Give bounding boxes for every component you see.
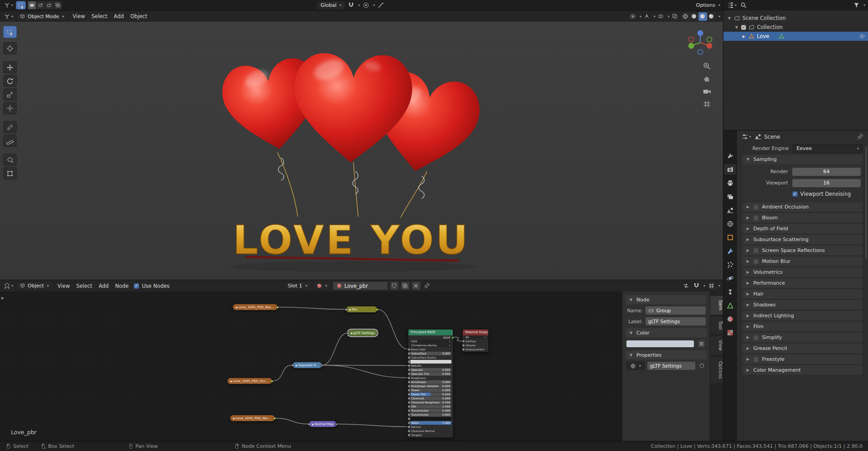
- node-snap-button[interactable]: [692, 282, 701, 290]
- gltf-settings-property[interactable]: gLTF Settings: [647, 362, 695, 370]
- panel-indirect-lighting[interactable]: ▶Indirect Lighting: [742, 311, 863, 320]
- properties-tab-scene[interactable]: [724, 205, 736, 215]
- fake-user-button[interactable]: [390, 281, 399, 290]
- properties-tab-material[interactable]: [724, 314, 736, 324]
- mode-dropdown[interactable]: Object Mode▾: [16, 12, 68, 21]
- sampling-viewport-field[interactable]: 16: [792, 179, 861, 187]
- node-color-swatch[interactable]: [626, 340, 694, 347]
- node-material-output[interactable]: Material OutputAll▾SurfaceVolumeDisplace…: [462, 329, 489, 352]
- material-name-field[interactable]: Love_pbr: [333, 281, 388, 290]
- active-tool-indicator[interactable]: [16, 1, 26, 10]
- overlays-dropdown[interactable]: [657, 12, 665, 21]
- camera-view-button[interactable]: [703, 87, 711, 96]
- panel-motion-blur[interactable]: ▶Motion Blur: [742, 257, 863, 266]
- sampling-render-field[interactable]: 64: [792, 168, 861, 176]
- node-principled-bsdf[interactable]: Principled BSDFBSDFGGX▾Christensen-Burle…: [408, 329, 453, 438]
- select-mode-new-button[interactable]: [28, 1, 36, 10]
- tool-scale-cage[interactable]: [3, 167, 17, 179]
- tool-annotate[interactable]: [3, 121, 17, 133]
- editor-type-button-outliner[interactable]: ▾: [726, 1, 737, 9]
- bloom-checkbox[interactable]: [753, 215, 759, 221]
- sidebar-tab-tool[interactable]: Tool: [710, 317, 723, 334]
- ambient-occlusion-checkbox[interactable]: [753, 204, 759, 210]
- node-tex-normal[interactable]: ▶Love_1045_PSD_NormalMap.jpg: [230, 415, 275, 422]
- shader-node-canvas[interactable]: ▶Love_1045_PSD_BaseColor.jpg▶Mix▶gLTF Se…: [0, 291, 723, 441]
- editor-type-button-properties[interactable]: ▾: [741, 133, 752, 141]
- outliner-search-button[interactable]: [739, 1, 748, 9]
- use-nodes-checkbox[interactable]: [134, 283, 139, 289]
- falloff-button[interactable]: [377, 1, 385, 9]
- properties-pin-button[interactable]: [856, 133, 864, 141]
- sidebar-toggle-arrow[interactable]: ▶: [1, 296, 4, 300]
- zoom-button[interactable]: [703, 62, 711, 70]
- properties-tab-output[interactable]: [724, 178, 736, 188]
- node-tex-orm[interactable]: ▶Love_1045_PSD_OcclusionRoughnessMetalli…: [227, 378, 272, 384]
- properties-tab-tool[interactable]: [724, 150, 736, 161]
- row-subsurface-color[interactable]: [410, 360, 451, 364]
- editor-type-button-viewport2[interactable]: ▾: [3, 13, 14, 20]
- node-tex-basecolor[interactable]: ▶Love_1045_PSD_BaseColor.jpg: [233, 304, 278, 310]
- select-mode-intersect-button[interactable]: [53, 1, 62, 10]
- tool-rotate[interactable]: [3, 75, 17, 87]
- sidebar-tab-options[interactable]: Options: [710, 357, 723, 383]
- viewport-denoising-checkbox[interactable]: [792, 191, 798, 197]
- panel-film[interactable]: ▶Film: [742, 322, 863, 331]
- shader-menu-node[interactable]: Node: [112, 283, 132, 289]
- viewport-menu-add[interactable]: Add: [111, 13, 127, 19]
- gizmos-dropdown[interactable]: [643, 12, 651, 21]
- visibility-eye-icon[interactable]: [859, 33, 865, 39]
- viewport-menu-select[interactable]: Select: [88, 13, 111, 19]
- color-presets-button[interactable]: [697, 339, 706, 348]
- viewport-menu-object[interactable]: Object: [127, 13, 150, 19]
- properties-tab-object[interactable]: [724, 232, 736, 242]
- editor-type-button-viewport[interactable]: ▾: [3, 1, 14, 9]
- panel-simplify[interactable]: ▶Simplify: [742, 333, 863, 342]
- properties-tab-view-layer[interactable]: [724, 191, 736, 202]
- shader-menu-select[interactable]: Select: [73, 283, 95, 289]
- panel-performance[interactable]: ▶Performance: [742, 278, 863, 288]
- select-mode-subtract-button[interactable]: [45, 1, 53, 10]
- render-engine-dropdown[interactable]: Eevee▾: [793, 144, 863, 153]
- tool-add-cube[interactable]: [3, 154, 17, 166]
- viewport-menu-view[interactable]: View: [69, 13, 88, 19]
- panel-depth-of-field[interactable]: ▶Depth of Field: [742, 224, 863, 233]
- shading-wireframe-button[interactable]: [681, 12, 690, 21]
- sidebar-tab-item[interactable]: Item: [710, 296, 723, 315]
- properties-tab-texture[interactable]: [724, 327, 736, 338]
- snap-toggle-button[interactable]: [347, 1, 355, 9]
- new-material-button[interactable]: [401, 281, 410, 290]
- 3d-viewport[interactable]: LOVE YOU: [0, 22, 723, 280]
- shader-menu-add[interactable]: Add: [96, 283, 112, 289]
- editor-type-button-shader[interactable]: ▾: [3, 282, 14, 290]
- pin-button[interactable]: [422, 282, 431, 290]
- panel-ambient-occlusion[interactable]: ▶Ambient Occlusion: [742, 202, 863, 212]
- use-nodes-toggle[interactable]: Use Nodes: [134, 283, 170, 289]
- shader-menu-view[interactable]: View: [54, 283, 73, 289]
- node-panel-header[interactable]: ▼Node: [626, 295, 707, 304]
- outliner-filter-button[interactable]: [852, 1, 861, 9]
- tool-scale[interactable]: [3, 88, 17, 101]
- panel-volumetrics[interactable]: ▶Volumetrics: [742, 267, 863, 277]
- navigation-gizmo[interactable]: [685, 27, 716, 58]
- panel-shadows[interactable]: ▶Shadows: [742, 300, 863, 310]
- options-dropdown[interactable]: Options▾: [696, 2, 720, 8]
- shading-rendered-button[interactable]: [707, 12, 716, 21]
- panel-freestyle[interactable]: ▶Freestyle: [742, 354, 863, 364]
- properties-scrollbar[interactable]: [865, 146, 867, 259]
- screen-space-reflections-checkbox[interactable]: [753, 248, 759, 253]
- property-type-dropdown[interactable]: ▾: [626, 362, 645, 370]
- simplify-checkbox[interactable]: [753, 335, 759, 340]
- show-object-types-dropdown[interactable]: [629, 12, 637, 21]
- shading-solid-button[interactable]: [690, 12, 698, 21]
- toggle-orthographic-button[interactable]: [703, 100, 711, 108]
- node-label-field[interactable]: gLTF Settings: [645, 317, 706, 325]
- panel-bloom[interactable]: ▶Bloom: [742, 213, 863, 223]
- properties-tab-world[interactable]: [724, 218, 736, 229]
- proportional-editing-button[interactable]: [362, 1, 370, 9]
- node-name-field[interactable]: Group: [645, 306, 706, 315]
- material-slot-dropdown[interactable]: Slot 1▾: [284, 281, 311, 290]
- properties-tab-modifiers[interactable]: [724, 246, 736, 256]
- collection-exclude-checkbox[interactable]: [741, 25, 746, 30]
- outliner-row-scene-collection[interactable]: ▼ Scene Collection: [723, 14, 868, 23]
- panel-color-management[interactable]: ▶Color Management: [742, 365, 863, 375]
